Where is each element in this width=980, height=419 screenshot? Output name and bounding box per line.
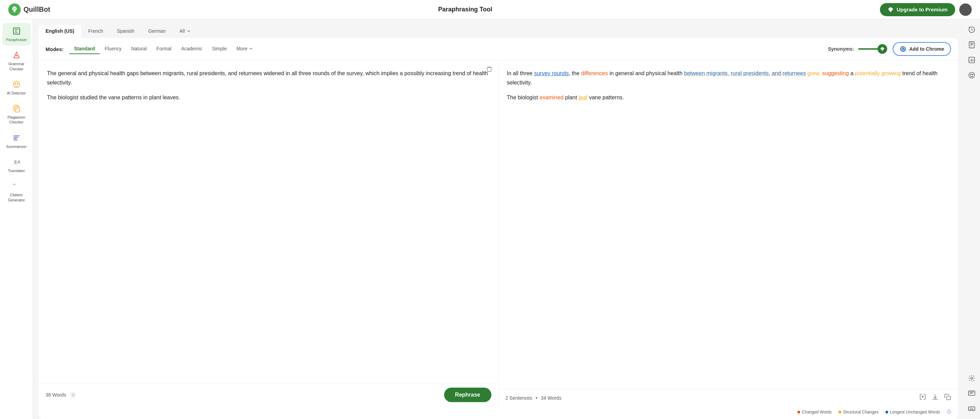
language-tabs: English (US) French Spanish German All [39,25,958,38]
structural-phrase[interactable]: potentially growing [855,70,901,76]
output-actions [919,394,951,402]
structural-word-2[interactable]: leaf [579,95,588,100]
add-to-chrome-button[interactable]: Add to Chrome [893,42,951,56]
output-editor: In all three survey rounds, the differen… [499,60,958,389]
lang-tab-english[interactable]: English (US) [39,25,81,38]
sidebar-item-paraphraser[interactable]: Paraphraser [2,23,31,46]
synonyms-slider[interactable] [858,48,886,50]
svg-rect-23 [969,407,975,411]
quillbot-logo-svg [11,6,18,13]
svg-rect-16 [969,42,974,48]
lang-tab-german[interactable]: German [141,25,173,38]
right-icon-history[interactable] [966,24,978,36]
summarizer-icon [12,133,21,143]
input-paragraph-2: The biologist studied the vane patterns … [47,93,490,102]
synonyms-area: Synonyms: [828,46,885,52]
mode-natural[interactable]: Natural [126,44,151,54]
input-footer: 38 Words Rephrase [39,383,498,406]
avatar[interactable] [959,3,972,16]
chevron-down-icon [248,46,253,51]
svg-point-18 [969,72,975,78]
logo-icon [8,3,21,16]
output-pane: In all three survey rounds, the differen… [499,60,958,406]
plagiarism-label: Plagiarism Checker [5,115,29,125]
rephrase-button[interactable]: Rephrase [444,387,492,402]
header: QuillBot Paraphrasing Tool Upgrade to Pr… [0,0,980,19]
download-icon[interactable] [932,394,939,402]
right-icon-document[interactable] [966,39,978,51]
right-icon-chart[interactable] [966,54,978,66]
gem-icon-small [880,46,885,51]
upgrade-button[interactable]: Upgrade to Premium [880,3,955,16]
header-right: Upgrade to Premium [880,3,972,16]
svg-rect-22 [969,391,975,395]
translator-label: Translator [8,168,25,173]
svg-point-5 [17,83,18,84]
sidebar-item-plagiarism[interactable]: Plagiarism Checker [2,100,31,128]
translator-icon: 文A [12,157,21,167]
main-layout: Paraphraser Grammar Checker [0,19,980,419]
sidebar-item-citation[interactable]: " Citation Generator [2,178,31,206]
changed-word-3[interactable]: examined [540,95,563,100]
lang-tab-french[interactable]: French [81,25,110,38]
mode-standard[interactable]: Standard [69,44,100,54]
unchanged-dot [885,411,888,413]
logo-text: QuillBot [24,6,50,13]
mode-simple[interactable]: Simple [207,44,232,54]
mode-formal[interactable]: Formal [151,44,176,54]
legend-info-icon[interactable]: ⓘ [947,409,951,415]
svg-text:文A: 文A [13,160,21,165]
legend-structural: Structural Changes [838,410,878,414]
svg-text:": " [13,183,16,190]
right-icon-feedback[interactable] [966,387,978,400]
changed-word-2[interactable]: suggesting [822,70,849,76]
structural-unchanged: between migrants, rural presidents, and … [684,70,806,76]
output-paragraph-1: In all three survey rounds, the differen… [507,68,950,87]
legend-unchanged: Longest Unchanged Words [885,410,940,414]
changed-word[interactable]: differences [581,70,608,76]
structural-dot [838,411,841,413]
svg-point-21 [971,377,973,379]
input-editor[interactable]: The general and physical health gaps bet… [39,60,498,383]
legend-changed: Changed Words [797,410,832,414]
lang-tab-all[interactable]: All [173,25,198,38]
right-icon-emoji[interactable] [966,69,978,81]
svg-point-3 [13,81,20,87]
mode-fluency[interactable]: Fluency [100,44,126,54]
word-count: 38 Words [46,391,76,398]
legend: Changed Words Structural Changes Longest… [39,406,958,419]
ai-detector-label: AI Detector [7,91,26,95]
sidebar-item-summarizer[interactable]: Summarizer [2,130,31,152]
svg-point-20 [972,74,973,75]
copy-icon[interactable] [944,394,951,402]
logo[interactable]: QuillBot [8,3,50,16]
slider-thumb [878,44,887,54]
content-area: English (US) French Spanish German All M… [33,19,963,419]
mode-more[interactable]: More [232,44,258,54]
delete-icon[interactable] [486,66,493,76]
sidebar-item-grammar[interactable]: Grammar Checker [2,47,31,75]
lang-tab-spanish[interactable]: Spanish [110,25,142,38]
right-icon-settings[interactable] [966,372,978,384]
sidebar: Paraphraser Grammar Checker [0,19,33,419]
svg-rect-14 [947,396,951,400]
output-word-count: 2 Sentences • 34 Words [506,395,562,401]
svg-point-13 [72,394,74,396]
page-title: Paraphrasing Tool [438,6,492,13]
editors: The general and physical health gaps bet… [39,60,958,406]
compare-icon[interactable] [919,394,926,402]
right-icon-keyboard[interactable] [966,402,978,415]
tool-panel: Modes: Standard Fluency Natural Formal A… [39,38,958,419]
sparkle-icon[interactable] [70,391,76,398]
mode-bar: Modes: Standard Fluency Natural Formal A… [39,38,958,60]
ai-detector-icon [12,80,21,89]
modes-label: Modes: [46,46,64,52]
plagiarism-icon [12,104,21,113]
svg-point-1 [15,8,16,9]
structural-word[interactable]: grew, [807,70,821,76]
unchanged-text: survey rounds [534,70,569,76]
mode-academic[interactable]: Academic [176,44,207,54]
sidebar-item-ai-detector[interactable]: AI Detector [2,76,31,99]
right-sidebar [963,19,980,419]
sidebar-item-translator[interactable]: 文A Translator [2,154,31,176]
